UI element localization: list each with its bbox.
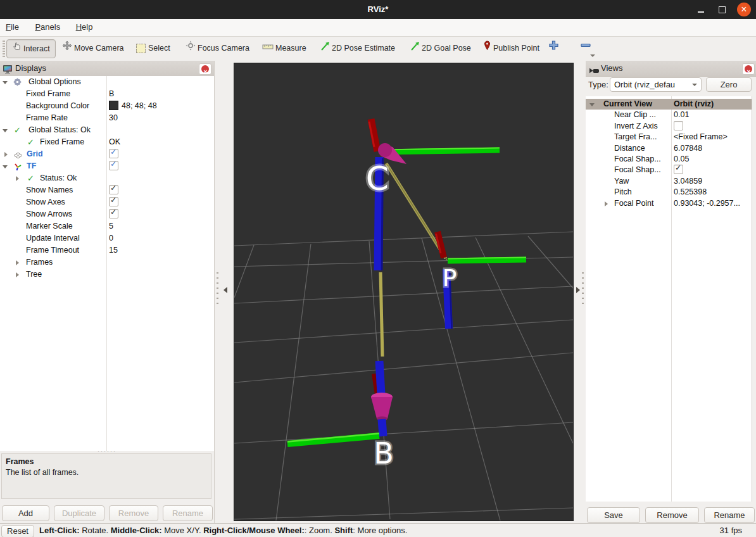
checkbox-checked[interactable] <box>109 185 118 194</box>
row-value[interactable]: 0 <box>109 232 113 244</box>
expander-open-icon[interactable] <box>3 165 8 168</box>
expander-closed-icon[interactable] <box>16 260 19 265</box>
pose-estimate-tool-button[interactable]: 2D Pose Estimate <box>320 39 395 57</box>
maximize-icon[interactable] <box>715 3 729 16</box>
row-value[interactable]: 0.525398 <box>674 187 707 198</box>
row-value[interactable] <box>674 165 683 176</box>
toolbar-grip[interactable] <box>3 41 5 57</box>
tree-row-yaw[interactable]: Yaw 3.04859 <box>586 176 752 187</box>
row-value[interactable] <box>674 121 683 132</box>
tree-row-focal-point[interactable]: Focal Point 0.93043; -0.2957... <box>586 198 752 209</box>
row-value[interactable] <box>109 160 118 172</box>
expander-closed-icon[interactable] <box>16 176 19 181</box>
close-panel-icon[interactable] <box>742 63 755 75</box>
remove-view-button[interactable]: Remove <box>645 507 699 523</box>
tree-row-background-color[interactable]: Background Color 48; 48; 48 <box>0 100 214 112</box>
rename-display-button[interactable]: Rename <box>163 505 213 521</box>
measure-tool-button[interactable]: Measure <box>262 39 306 57</box>
row-value[interactable]: 15 <box>109 244 118 256</box>
tree-row-focal-shape-fixed[interactable]: Focal Shap... <box>586 165 752 175</box>
tree-row-tf[interactable]: TF <box>0 160 214 172</box>
reset-button[interactable]: Reset <box>1 525 34 537</box>
expander-open-icon[interactable] <box>3 129 8 132</box>
publish-point-tool-button[interactable]: Publish Point <box>483 39 539 57</box>
collapse-left-icon[interactable] <box>224 287 227 293</box>
tree-row-near-clip[interactable]: Near Clip ... 0.01 <box>586 110 752 120</box>
expander-closed-icon[interactable] <box>4 152 8 157</box>
checkbox-unchecked[interactable] <box>674 121 683 130</box>
row-value[interactable]: 0.01 <box>674 110 689 120</box>
left-splitter[interactable] <box>214 61 234 523</box>
remove-display-button[interactable]: Remove <box>109 505 158 521</box>
tree-row-frames[interactable]: Frames <box>0 256 214 268</box>
row-value[interactable]: B <box>109 88 114 100</box>
row-value[interactable]: 3.04859 <box>674 176 702 187</box>
tree-row-frame-timeout[interactable]: Frame Timeout 15 <box>0 244 214 256</box>
tree-row-show-arrows[interactable]: Show Arrows <box>0 208 214 220</box>
move-camera-tool-button[interactable]: Move Camera <box>62 39 124 57</box>
duplicate-button[interactable]: Duplicate <box>54 505 104 521</box>
checkbox-checked[interactable] <box>109 197 118 206</box>
green-check-icon <box>14 124 21 136</box>
checkbox-checked[interactable] <box>109 149 118 158</box>
menu-panels[interactable]: Panels <box>32 19 63 35</box>
add-button[interactable]: Add <box>2 505 49 521</box>
collapse-right-icon[interactable] <box>576 287 580 293</box>
view-type-dropdown[interactable]: Orbit (rviz_defau <box>610 77 702 92</box>
tree-row-global-options[interactable]: Global Options <box>0 76 214 88</box>
row-value[interactable]: <Fixed Frame> <box>674 132 728 142</box>
tree-row-show-names[interactable]: Show Names <box>0 184 214 196</box>
tree-row-show-axes[interactable]: Show Axes <box>0 196 214 208</box>
hint-bold: Right-Click/Mouse Wheel: <box>203 526 305 535</box>
tree-row-global-status[interactable]: Global Status: Ok <box>0 124 214 136</box>
tree-row-tf-status[interactable]: Status: Ok <box>0 172 214 184</box>
save-view-button[interactable]: Save <box>587 507 640 523</box>
tree-row-pitch[interactable]: Pitch 0.525398 <box>586 187 752 198</box>
render-viewport[interactable]: C C P P B B <box>234 63 573 521</box>
views-panel-header[interactable]: Views <box>586 61 756 77</box>
tree-row-tree[interactable]: Tree <box>0 268 214 281</box>
focus-camera-tool-button[interactable]: Focus Camera <box>186 39 249 57</box>
tree-row-invert-z[interactable]: Invert Z Axis <box>586 121 752 132</box>
tree-row-focal-shape-size[interactable]: Focal Shap... 0.05 <box>586 154 752 165</box>
row-value[interactable]: 30 <box>109 112 118 124</box>
displays-tree[interactable]: Global Options Fixed Frame B Background … <box>0 76 214 451</box>
expander-open-icon[interactable] <box>3 81 8 84</box>
menu-file[interactable]: File <box>3 19 22 35</box>
main-area: Displays Global Options Fixed Frame B Ba… <box>0 61 756 523</box>
tree-row-current-view[interactable]: Current View Orbit (rviz) <box>586 99 752 110</box>
views-tree[interactable]: Current View Orbit (rviz) Near Clip ... … <box>586 96 752 502</box>
tree-row-target-frame[interactable]: Target Fra... <Fixed Frame> <box>586 132 752 142</box>
row-value[interactable]: 6.07848 <box>674 143 702 154</box>
goal-pose-tool-button[interactable]: 2D Goal Pose <box>410 39 471 57</box>
tree-row-distance[interactable]: Distance 6.07848 <box>586 143 752 154</box>
tree-row-marker-scale[interactable]: Marker Scale 5 <box>0 220 214 232</box>
right-splitter[interactable] <box>573 61 586 523</box>
checkbox-checked[interactable] <box>109 209 118 218</box>
tree-row-frame-rate[interactable]: Frame Rate 30 <box>0 112 214 124</box>
minimize-icon[interactable] <box>694 3 708 16</box>
tree-row-fixed-frame-status[interactable]: Fixed Frame OK <box>0 136 214 148</box>
row-value[interactable]: 0.93043; -0.2957... <box>674 198 740 209</box>
add-tool-button[interactable] <box>548 39 561 57</box>
checkbox-checked[interactable] <box>109 161 118 170</box>
zero-button[interactable]: Zero <box>706 77 752 92</box>
interact-tool-button[interactable]: Interact <box>6 39 56 58</box>
tree-row-fixed-frame[interactable]: Fixed Frame B <box>0 88 214 100</box>
tree-row-update-interval[interactable]: Update Interval 0 <box>0 232 214 244</box>
displays-panel-header[interactable]: Displays <box>0 61 214 77</box>
row-value[interactable]: 48; 48; 48 <box>109 100 157 112</box>
rename-view-button[interactable]: Rename <box>704 507 755 523</box>
tree-row-grid[interactable]: Grid <box>0 148 214 160</box>
row-value[interactable]: 5 <box>109 220 113 232</box>
select-tool-button[interactable]: Select <box>136 39 170 57</box>
toolbar-extension-caret-icon[interactable] <box>590 54 595 57</box>
close-panel-icon[interactable] <box>199 63 211 75</box>
expander-closed-icon[interactable] <box>16 272 19 277</box>
row-value[interactable] <box>109 208 118 220</box>
checkbox-checked[interactable] <box>674 165 683 174</box>
expander-closed-icon[interactable] <box>605 201 608 206</box>
expander-open-icon[interactable] <box>589 103 595 106</box>
close-icon[interactable] <box>737 3 751 16</box>
menu-help[interactable]: Help <box>73 19 96 35</box>
